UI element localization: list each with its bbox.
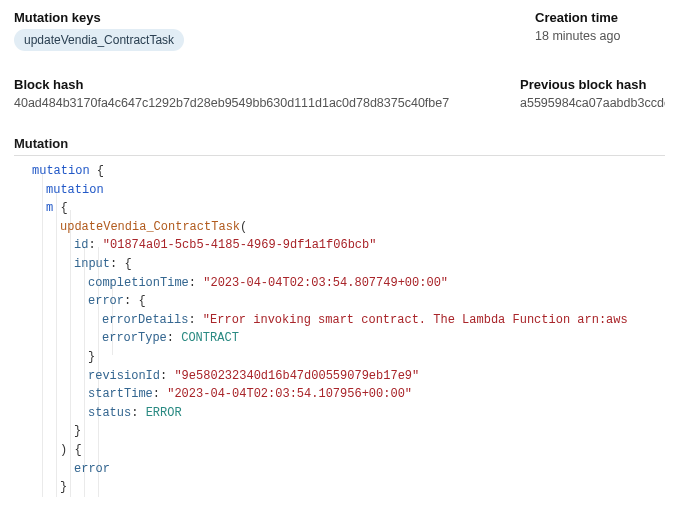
code-line: error [14,460,665,479]
fn-name: updateVendia_ContractTask [60,220,240,234]
creation-time-label: Creation time [535,10,665,25]
prev-block-hash-label: Previous block hash [520,77,665,92]
code-line: input: { [14,255,665,274]
block-hash-label: Block hash [14,77,500,92]
code-line: updateVendia_ContractTask( [14,218,665,237]
code-line: id: "01874a01-5cb5-4185-4969-9df1a1f06bc… [14,236,665,255]
code-line: mutation { [14,162,665,181]
code-line: } [14,422,665,441]
block-hash-value: 40ad484b3170fa4c647c1292b7d28eb9549bb630… [14,96,500,110]
mutation-heading: Mutation [14,136,665,151]
block-hash-field: Block hash 40ad484b3170fa4c647c1292b7d28… [14,77,500,110]
prev-block-hash-field: Previous block hash a5595984ca07aabdb3cc… [520,77,665,110]
code-line: errorType: CONTRACT [14,329,665,348]
code-line: ) { [14,441,665,460]
code-line: revisionId: "9e580232340d16b47d00559079e… [14,367,665,386]
code-line: m { [14,199,665,218]
mutation-code-block: mutation {mutationm {updateVendia_Contra… [14,155,665,497]
code-line: startTime: "2023-04-04T02:03:54.107956+0… [14,385,665,404]
creation-time-field: Creation time 18 minutes ago [535,10,665,51]
kw-mutation: mutation [32,164,90,178]
hash-row: Block hash 40ad484b3170fa4c647c1292b7d28… [14,77,665,110]
code-line: status: ERROR [14,404,665,423]
top-row: Mutation keys updateVendia_ContractTask … [14,10,665,51]
code-line: error: { [14,292,665,311]
code-line: errorDetails: "Error invoking smart cont… [14,311,665,330]
code-line: } [14,478,665,497]
mutation-keys-value: updateVendia_ContractTask [14,29,184,51]
mutation-keys-label: Mutation keys [14,10,184,25]
code-line: mutation [14,181,665,200]
code-line: } [14,348,665,367]
mutation-key-pill: updateVendia_ContractTask [14,29,184,51]
creation-time-value: 18 minutes ago [535,29,665,43]
mutation-keys-field: Mutation keys updateVendia_ContractTask [14,10,184,51]
kw-m: m [46,201,53,215]
kw-mutation: mutation [46,183,104,197]
code-line: completionTime: "2023-04-04T02:03:54.807… [14,274,665,293]
prev-block-hash-value: a5595984ca07aabdb3ccdc [520,96,665,110]
